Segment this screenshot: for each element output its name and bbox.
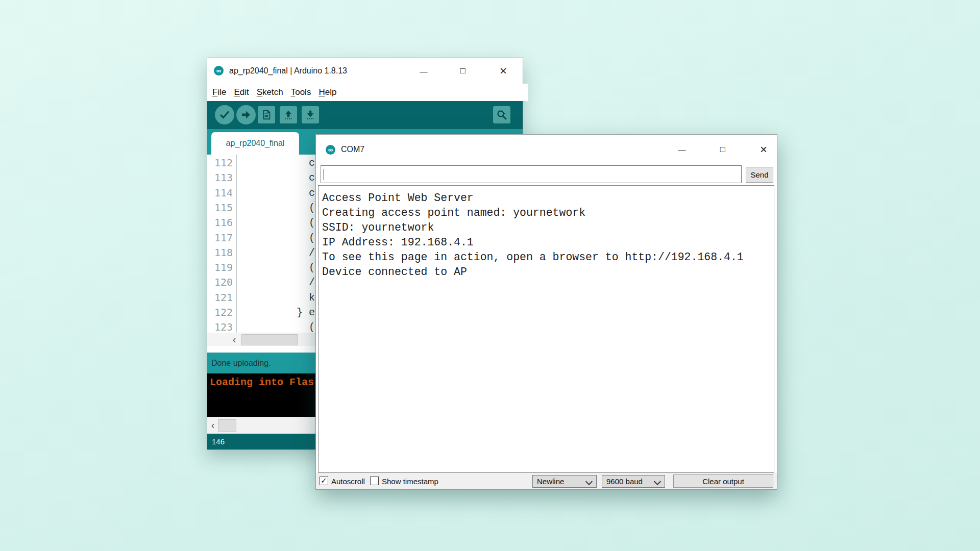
- editor-line: 112c: [207, 156, 315, 170]
- menu-item-sketch[interactable]: Sketch: [257, 87, 283, 97]
- editor-line: 116(: [207, 215, 315, 230]
- scroll-left-icon[interactable]: ‹: [230, 333, 239, 346]
- line-number: 122: [207, 305, 233, 320]
- serial-output-line: To see this page in action, open a brows…: [322, 250, 774, 265]
- send-button[interactable]: Send: [746, 167, 773, 183]
- line-number: 116: [207, 215, 233, 230]
- close-button[interactable]: ×: [493, 58, 514, 84]
- code-fragment: k: [309, 290, 315, 305]
- line-ending-dropdown[interactable]: Newline: [532, 475, 597, 488]
- line-number: 120: [207, 275, 233, 290]
- editor-line: 122} e: [207, 305, 315, 320]
- editor-line: 121k: [207, 290, 315, 305]
- menu-bar: FileEditSketchToolsHelp: [207, 84, 528, 101]
- code-fragment: (: [309, 215, 315, 230]
- serial-output-line: Creating access point named: yournetwork: [322, 206, 774, 220]
- code-fragment: (: [309, 260, 315, 275]
- line-number: 118: [207, 245, 233, 260]
- editor-line: 117(: [207, 231, 315, 245]
- serial-output-line: IP Address: 192.168.4.1: [322, 235, 774, 250]
- scrollbar-thumb[interactable]: [218, 419, 236, 432]
- menu-item-file[interactable]: File: [212, 87, 226, 97]
- serial-output-line: Device connected to AP: [322, 265, 774, 280]
- maximize-button[interactable]: □: [452, 58, 474, 84]
- serial-input[interactable]: [321, 165, 742, 183]
- serial-output-area[interactable]: Access Point Web ServerCreating access p…: [318, 185, 774, 473]
- new-sketch-button[interactable]: [258, 106, 275, 123]
- serial-output-line: SSID: yournetwork: [322, 220, 774, 235]
- autoscroll-checkbox[interactable]: ✓: [320, 477, 328, 485]
- arduino-titlebar[interactable]: ∞ ap_rp2040_final | Arduino 1.8.13 — □ ×: [207, 58, 523, 84]
- editor-line: 114c: [207, 186, 315, 201]
- status-text: Done uploading.: [211, 359, 271, 368]
- minimize-button[interactable]: —: [413, 58, 434, 84]
- arduino-logo-icon: ∞: [214, 66, 224, 76]
- baud-rate-dropdown[interactable]: 9600 baud: [602, 475, 665, 488]
- code-fragment: (: [309, 201, 315, 215]
- code-fragment: /: [309, 245, 315, 260]
- arduino-window-title: ap_rp2040_final | Arduino 1.8.13: [229, 58, 347, 84]
- text-cursor: [324, 169, 324, 180]
- desktop-background: ∞ ap_rp2040_final | Arduino 1.8.13 — □ ×…: [0, 0, 980, 551]
- chevron-down-icon: [585, 478, 593, 485]
- upload-button[interactable]: [236, 105, 256, 124]
- clear-output-button[interactable]: Clear output: [673, 474, 773, 488]
- code-fragment: c: [309, 186, 315, 201]
- show-timestamp-label: Show timestamp: [382, 473, 438, 489]
- editor-line: 118/: [207, 245, 315, 260]
- arrow-right-icon: [240, 109, 252, 121]
- baud-rate-value: 9600 baud: [606, 477, 643, 486]
- verify-button[interactable]: [215, 105, 234, 124]
- scroll-left-icon[interactable]: ‹: [208, 417, 217, 434]
- serial-monitor-controls: ✓ Autoscroll Show timestamp Newline 9600…: [316, 473, 777, 489]
- editor-line: 113c: [207, 170, 315, 185]
- show-timestamp-checkbox[interactable]: [370, 477, 379, 485]
- line-number: 117: [207, 231, 233, 245]
- code-fragment: (: [309, 231, 315, 245]
- line-number: 112: [207, 156, 233, 170]
- menu-item-tools[interactable]: Tools: [291, 87, 311, 97]
- serial-output-line: Access Point Web Server: [322, 191, 774, 206]
- editor-line: 120/: [207, 275, 315, 290]
- menu-item-edit[interactable]: Edit: [234, 87, 249, 97]
- scrollbar-thumb[interactable]: [241, 334, 298, 345]
- tab-ap-rp2040-final[interactable]: ap_rp2040_final: [211, 132, 299, 155]
- line-number: 119: [207, 260, 233, 275]
- magnifier-icon: [496, 109, 508, 121]
- open-button[interactable]: [280, 106, 297, 123]
- serial-monitor-window: ∞ COM7 — □ × Send Access Point Web Serve…: [315, 134, 777, 490]
- line-number: 113: [207, 170, 233, 185]
- editor-line: 119(: [207, 260, 315, 275]
- check-icon: [218, 109, 231, 121]
- close-button[interactable]: ×: [753, 135, 774, 164]
- line-ending-value: Newline: [537, 477, 564, 486]
- serial-monitor-button[interactable]: [493, 106, 510, 123]
- cursor-line-indicator: 146: [212, 437, 225, 446]
- save-button[interactable]: [302, 106, 319, 123]
- com7-titlebar[interactable]: ∞ COM7 — □ ×: [316, 135, 777, 164]
- line-number: 114: [207, 186, 233, 201]
- toolbar: [207, 101, 523, 129]
- code-fragment: } e: [297, 305, 315, 320]
- arduino-logo-icon: ∞: [326, 145, 335, 155]
- chevron-down-icon: [654, 478, 661, 485]
- arrow-down-icon: [305, 109, 316, 120]
- line-number: 121: [207, 290, 233, 305]
- line-number: 115: [207, 201, 233, 215]
- code-fragment: c: [309, 170, 315, 185]
- maximize-button[interactable]: □: [712, 135, 733, 164]
- com7-window-title: COM7: [341, 135, 364, 164]
- new-document-icon: [261, 109, 272, 120]
- tab-label: ap_rp2040_final: [226, 139, 285, 148]
- menu-item-help[interactable]: Help: [318, 87, 336, 97]
- minimize-button[interactable]: —: [671, 135, 693, 164]
- arrow-up-icon: [283, 109, 294, 120]
- code-fragment: /: [309, 275, 315, 290]
- code-fragment: c: [309, 156, 315, 170]
- editor-line: 115(: [207, 201, 315, 215]
- autoscroll-label: Autoscroll: [331, 473, 365, 489]
